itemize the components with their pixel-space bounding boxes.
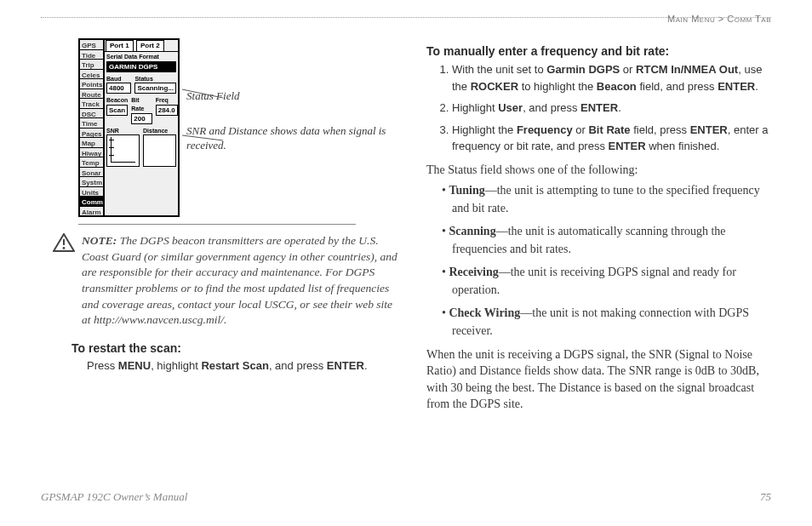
t: to highlight the — [518, 80, 597, 93]
kw: ENTER — [718, 80, 755, 93]
divider — [41, 17, 771, 18]
device-sidebar-item: DSC — [80, 109, 103, 119]
note-text: NOTE: The DGPS beacon transmitters are o… — [82, 233, 397, 329]
svg-point-4 — [63, 247, 66, 249]
manual-step-3: Highlight the Frequency or Bit Rate fiel… — [452, 122, 771, 155]
device-sidebar-item: Track — [80, 99, 103, 109]
device-sidebar-item: GPS — [80, 40, 103, 50]
device-beacon-label: Beacon — [105, 95, 129, 105]
kw: Receiving — [449, 266, 498, 278]
t: Highlight — [452, 101, 498, 114]
restart-step: Press MENU, highlight Restart Scan, and … — [87, 358, 397, 374]
kw: Beacon — [597, 80, 637, 93]
kw-enter: ENTER — [327, 359, 364, 372]
manual-step-2: Highlight User, and press ENTER. — [452, 100, 771, 117]
footer-manual-title: GPSMAP 192C Owner’s Manual — [41, 490, 187, 504]
kw: ROCKER — [471, 80, 518, 93]
status-tuning: Tuning—the unit is attempting to tune to… — [442, 181, 771, 217]
kw: Check Wiring — [449, 306, 520, 319]
heading-manual-entry: To manually enter a frequency and bit ra… — [426, 43, 771, 60]
device-sidebar-item: Temp — [80, 157, 103, 168]
t: . — [755, 80, 758, 93]
device-baud-label: Baud — [105, 74, 133, 83]
device-sidebar-item: Tide — [80, 50, 103, 60]
svg-line-0 — [182, 89, 223, 98]
device-bitrate-label: Bit Rate — [129, 95, 153, 112]
kw: ENTER — [609, 140, 646, 152]
device-sdf-value: GARMIN DGPS — [106, 61, 176, 72]
t: , highlight — [151, 359, 201, 372]
status-receiving: Receiving—the unit is receiving DGPS sig… — [442, 263, 771, 299]
device-sidebar-item: Points — [80, 79, 103, 89]
t: —the unit is attempting to tune to the s… — [452, 184, 760, 214]
t: . — [364, 359, 368, 372]
device-sidebar-item: Map — [80, 138, 103, 148]
t: or — [573, 123, 589, 136]
svg-line-1 — [182, 135, 223, 140]
breadcrumb-sep: > — [715, 14, 727, 24]
device-sidebar-item: Hiway — [80, 148, 103, 158]
t: , and press — [269, 359, 327, 372]
t: Highlight the — [452, 123, 517, 136]
t: field, press — [631, 123, 690, 136]
device-tab-port1: Port 1 — [106, 40, 134, 51]
device-sidebar-item: Trip — [80, 60, 103, 70]
t: , and press — [523, 101, 580, 114]
device-dist-label: Distance — [141, 126, 178, 135]
figure-underline — [78, 224, 356, 225]
kw: Garmin DGPS — [546, 63, 620, 76]
status-check-wiring: Check Wiring—the unit is not making conn… — [442, 304, 771, 340]
status-scanning: Scanning—the unit is automatically scann… — [442, 222, 771, 258]
closing-paragraph: When the unit is receiving a DGPS signal… — [426, 346, 771, 412]
kw: Bit Rate — [588, 123, 630, 136]
status-intro: The Status field shows one of the follow… — [426, 162, 771, 178]
t: With the unit set to — [452, 63, 546, 76]
device-baud-value: 4800 — [106, 83, 131, 94]
device-sidebar-item: Systm — [80, 177, 103, 187]
device-sidebar-item: Time — [80, 118, 103, 129]
t: Press — [87, 359, 118, 372]
kw: User — [498, 101, 523, 114]
device-sidebar-item: Celes — [80, 70, 103, 80]
device-freq-label: Freq — [154, 95, 180, 105]
t: . — [618, 101, 621, 114]
heading-restart-scan: To restart the scan: — [71, 340, 397, 357]
kw: ENTER — [580, 101, 618, 114]
leader-line-icon — [182, 81, 225, 149]
warning-triangle-icon — [53, 233, 75, 252]
device-sdf-label: Serial Data Format — [105, 52, 178, 61]
kw: ENTER — [690, 123, 728, 136]
t: when finished. — [646, 140, 720, 152]
device-sidebar-item: Alarm — [80, 207, 103, 216]
device-status-label: Status — [133, 74, 178, 83]
t: or — [620, 63, 636, 76]
device-dist-box — [143, 134, 176, 167]
device-snr-graph — [106, 134, 140, 167]
t: field, and press — [637, 80, 718, 93]
device-sidebar-item: Sonar — [80, 168, 103, 178]
note-label: NOTE: — [82, 234, 117, 247]
kw: RTCM In/NMEA Out — [636, 63, 738, 76]
device-sidebar-item: Units — [80, 187, 103, 197]
device-sidebar-item: Route — [80, 89, 103, 100]
device-status-value: Scanning... — [134, 83, 176, 94]
kw: Scanning — [449, 225, 495, 237]
manual-step-1: With the unit set to Garmin DGPS or RTCM… — [452, 61, 771, 94]
kw: Frequency — [517, 123, 573, 136]
device-freq-value: 284.0 — [156, 105, 178, 116]
breadcrumb-main: Main Menu — [667, 14, 715, 24]
breadcrumb-sub: Comm Tab — [727, 14, 771, 24]
footer-page-number: 75 — [760, 490, 771, 504]
device-screenshot: GPSTideTripCelesPointsRouteTrackDSCTimeP… — [78, 38, 180, 217]
device-snr-label: SNR — [105, 126, 141, 135]
device-beacon-value: Scan — [106, 105, 128, 116]
device-bitrate-value: 200 — [131, 113, 152, 124]
kw-restart-scan: Restart Scan — [201, 359, 268, 372]
note-body: The DGPS beacon transmitters are operate… — [82, 234, 397, 326]
device-tab-port2: Port 2 — [136, 40, 164, 51]
device-sidebar-item: Pages — [80, 129, 103, 139]
device-sidebar-item: Comm — [80, 197, 103, 207]
kw-menu: MENU — [118, 359, 151, 372]
kw: Tuning — [449, 184, 484, 197]
breadcrumb: Main Menu > Comm Tab — [667, 14, 771, 24]
